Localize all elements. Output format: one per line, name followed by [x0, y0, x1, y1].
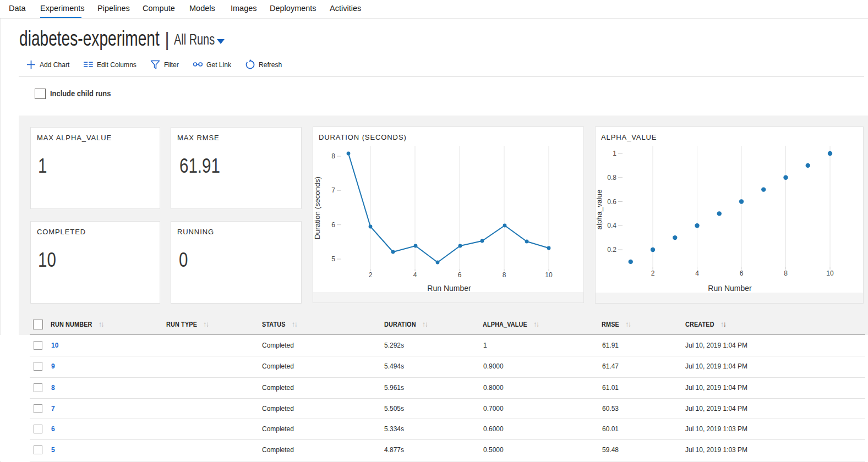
svg-text:2: 2	[651, 270, 655, 277]
svg-text:alpha_value: alpha_value	[596, 190, 603, 230]
svg-text:5: 5	[331, 255, 335, 263]
svg-text:4: 4	[413, 271, 417, 279]
svg-text:0.4: 0.4	[607, 222, 616, 229]
svg-text:0.6: 0.6	[607, 198, 616, 206]
svg-text:6: 6	[740, 270, 744, 277]
svg-text:8: 8	[331, 152, 335, 160]
svg-text:10: 10	[545, 271, 553, 279]
svg-text:6: 6	[331, 221, 335, 229]
svg-text:Run Number: Run Number	[708, 284, 752, 293]
svg-text:Duration (seconds): Duration (seconds)	[313, 177, 321, 239]
svg-text:10: 10	[826, 270, 834, 277]
svg-text:Run Number: Run Number	[427, 284, 471, 293]
svg-text:8: 8	[784, 270, 788, 277]
svg-text:8: 8	[503, 271, 506, 279]
svg-text:6: 6	[458, 271, 462, 279]
svg-text:0.2: 0.2	[607, 246, 616, 254]
svg-text:2: 2	[369, 271, 373, 279]
svg-text:1: 1	[613, 150, 616, 157]
svg-text:0.8: 0.8	[607, 174, 616, 182]
svg-text:7: 7	[331, 186, 335, 194]
svg-text:4: 4	[695, 270, 699, 277]
